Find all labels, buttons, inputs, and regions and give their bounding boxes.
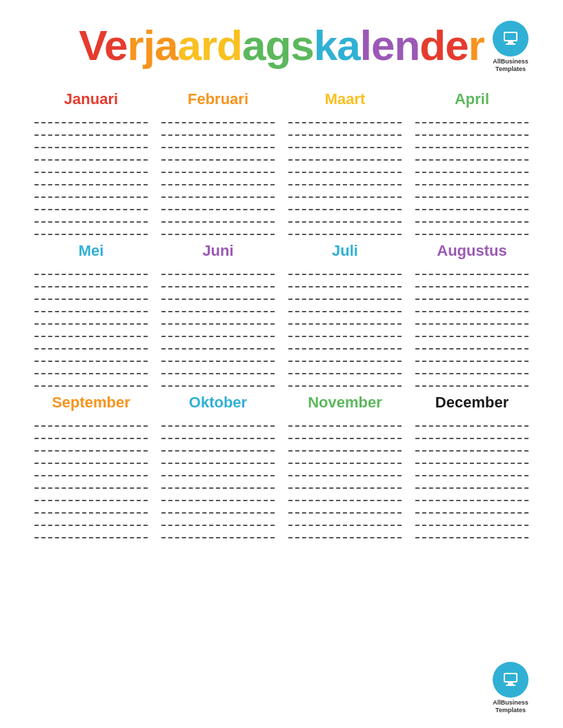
dashed-line [415,365,529,374]
dashed-line [161,417,275,427]
dashed-line [34,479,148,489]
month-name-november: November [288,394,402,412]
header: Verjaardagskalender AllBusinessTemplates [34,21,529,70]
dashed-line [161,139,275,148]
dashed-line [161,429,275,439]
dashed-lines-juli [288,265,402,387]
dashed-line [34,139,148,148]
dashed-line [288,213,402,223]
month-section-september: September [34,394,148,538]
dashed-lines-oktober [161,417,275,538]
dashed-line [161,225,275,235]
dashed-line [161,315,275,325]
dashed-line [415,225,529,235]
dashed-lines-september [34,417,148,538]
month-section-maart: Maart [288,90,402,235]
dashed-line [34,176,148,185]
dashed-line [34,417,148,427]
dashed-line [34,442,148,452]
dashed-line [288,176,402,185]
dashed-line [288,327,402,337]
dashed-line [415,151,529,161]
dashed-line [34,327,148,337]
dashed-line [415,265,529,275]
dashed-line [288,516,402,526]
month-name-augustus: Augustus [415,242,529,260]
dashed-line [415,442,529,452]
dashed-lines-januari [34,114,148,235]
footer-logo: AllBusinessTemplates [493,662,529,714]
svg-rect-5 [505,674,516,681]
dashed-line [288,504,402,514]
dashed-line [288,429,402,439]
dashed-line [415,278,529,287]
dashed-line [34,114,148,123]
dashed-lines-april [415,114,529,235]
dashed-lines-december [415,417,529,538]
dashed-line [415,340,529,350]
dashed-line [34,303,148,312]
month-section-juni: Juni [161,242,275,387]
dashed-line [288,467,402,476]
dashed-line [34,492,148,501]
dashed-line [415,429,529,439]
dashed-line [34,377,148,387]
dashed-line [34,529,148,538]
dashed-line [415,303,529,312]
dashed-line [415,417,529,427]
dashed-line [288,151,402,161]
dashed-line [34,352,148,362]
dashed-line [34,340,148,350]
footer-logo-text: AllBusinessTemplates [493,699,529,714]
dashed-line [415,163,529,173]
month-section-juli: Juli [288,242,402,387]
dashed-lines-mei [34,265,148,387]
svg-rect-6 [508,682,513,685]
dashed-line [288,377,402,387]
svg-rect-3 [506,43,515,45]
header-logo: AllBusinessTemplates [493,21,529,73]
dashed-line [288,265,402,275]
dashed-line [288,340,402,350]
dashed-line [161,377,275,387]
dashed-line [288,529,402,538]
dashed-line [415,188,529,198]
dashed-line [34,126,148,136]
dashed-line [161,492,275,501]
dashed-line [415,201,529,210]
dashed-line [161,126,275,136]
dashed-line [415,315,529,325]
calendar-grid: JanuariFebruariMaartAprilMeiJuniJuliAugu… [34,90,529,538]
dashed-lines-februari [161,114,275,235]
dashed-line [34,504,148,514]
dashed-line [288,442,402,452]
dashed-line [34,429,148,439]
dashed-line [415,377,529,387]
dashed-line [415,327,529,337]
dashed-line [288,188,402,198]
dashed-line [34,188,148,198]
dashed-lines-maart [288,114,402,235]
dashed-line [34,163,148,173]
dashed-line [34,454,148,464]
dashed-lines-augustus [415,265,529,387]
dashed-line [161,176,275,185]
page: Verjaardagskalender AllBusinessTemplates… [0,0,563,728]
dashed-line [415,454,529,464]
page-title: Verjaardagskalender [79,21,484,70]
month-section-mei: Mei [34,242,148,387]
dashed-line [288,126,402,136]
dashed-line [161,352,275,362]
month-name-juni: Juni [161,242,275,260]
dashed-line [288,290,402,300]
dashed-line [415,114,529,123]
dashed-line [34,278,148,287]
month-name-maart: Maart [288,90,402,108]
footer-logo-circle [493,662,529,698]
svg-rect-7 [506,685,515,686]
dashed-line [161,151,275,161]
month-section-december: December [415,394,529,538]
month-name-juli: Juli [288,242,402,260]
dashed-line [34,467,148,476]
dashed-line [161,442,275,452]
